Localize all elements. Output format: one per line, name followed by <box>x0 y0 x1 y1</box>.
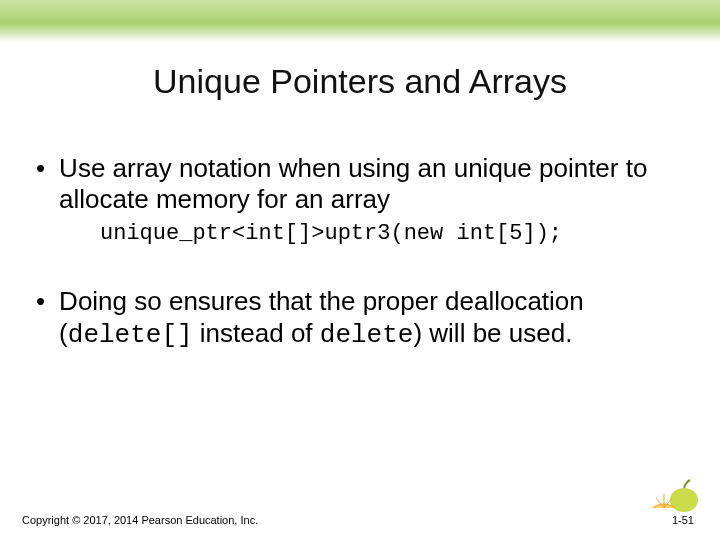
bullet-2-text: Doing so ensures that the proper dealloc… <box>59 286 684 350</box>
bullet-1: • Use array notation when using an uniqu… <box>36 153 684 215</box>
bullet-2-mid: instead of <box>193 318 320 348</box>
bullet-dot: • <box>36 153 45 183</box>
bullet-dot: • <box>36 286 45 316</box>
copyright-text: Copyright © 2017, 2014 Pearson Education… <box>22 514 258 526</box>
bullet-2-code1: delete[] <box>68 320 193 350</box>
bullet-2: • Doing so ensures that the proper deall… <box>36 286 684 350</box>
header-gradient <box>0 0 720 42</box>
slide-title: Unique Pointers and Arrays <box>0 62 720 101</box>
bullet-2-code2: delete <box>320 320 414 350</box>
slide-content: • Use array notation when using an uniqu… <box>0 101 720 351</box>
bullet-1-text: Use array notation when using an unique … <box>59 153 684 215</box>
bullet-1-code: unique_ptr<int[]>uptr3(new int[5]); <box>100 221 684 246</box>
page-number: 1-51 <box>672 514 694 526</box>
decorative-fruit-icon <box>648 474 700 514</box>
svg-point-0 <box>670 488 698 512</box>
bullet-2-post: ) will be used. <box>413 318 572 348</box>
